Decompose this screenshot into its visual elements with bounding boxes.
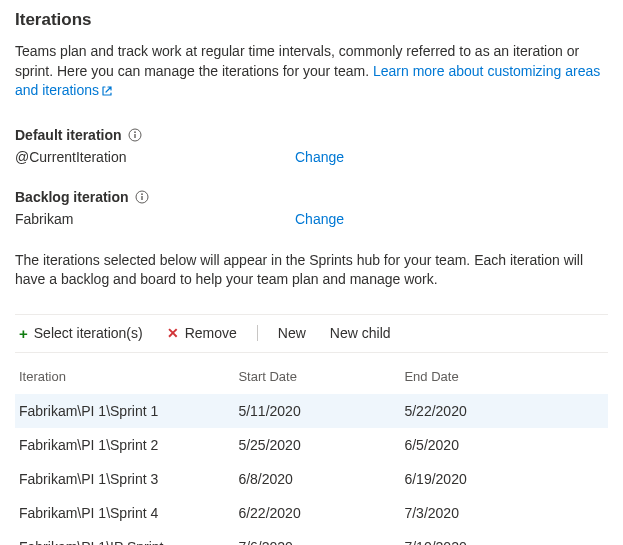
col-iteration[interactable]: Iteration (15, 359, 234, 394)
change-default-iteration-link[interactable]: Change (295, 149, 344, 165)
cell-iteration: Fabrikam\PI 1\IP Sprint (15, 530, 234, 545)
toolbar-divider (257, 325, 258, 341)
remove-button[interactable]: ✕ Remove (163, 323, 241, 343)
cell-end: 5/22/2020 (400, 394, 608, 428)
backlog-iteration-label: Backlog iteration (15, 189, 608, 205)
col-start-date[interactable]: Start Date (234, 359, 400, 394)
new-child-button[interactable]: New child (326, 323, 395, 343)
table-row[interactable]: Fabrikam\PI 1\Sprint 15/11/20205/22/2020 (15, 394, 608, 428)
select-iterations-label: Select iteration(s) (34, 325, 143, 341)
iterations-toolbar: + Select iteration(s) ✕ Remove New New c… (15, 314, 608, 353)
cell-iteration: Fabrikam\PI 1\Sprint 3 (15, 462, 234, 496)
new-button[interactable]: New (274, 323, 310, 343)
cell-end: 7/3/2020 (400, 496, 608, 530)
backlog-iteration-value: Fabrikam (15, 211, 295, 227)
svg-rect-5 (141, 196, 142, 200)
cell-start: 7/6/2020 (234, 530, 400, 545)
remove-label: Remove (185, 325, 237, 341)
cell-start: 6/22/2020 (234, 496, 400, 530)
external-link-icon (101, 83, 113, 103)
cell-start: 6/8/2020 (234, 462, 400, 496)
table-row[interactable]: Fabrikam\PI 1\Sprint 46/22/20207/3/2020 (15, 496, 608, 530)
cell-end: 6/19/2020 (400, 462, 608, 496)
col-end-date[interactable]: End Date (400, 359, 608, 394)
table-row[interactable]: Fabrikam\PI 1\Sprint 25/25/20206/5/2020 (15, 428, 608, 462)
default-iteration-value: @CurrentIteration (15, 149, 295, 165)
cell-start: 5/11/2020 (234, 394, 400, 428)
cell-end: 6/5/2020 (400, 428, 608, 462)
backlog-iteration-label-text: Backlog iteration (15, 189, 129, 205)
change-backlog-iteration-link[interactable]: Change (295, 211, 344, 227)
cell-start: 5/25/2020 (234, 428, 400, 462)
default-iteration-label: Default iteration (15, 127, 608, 143)
info-icon[interactable] (135, 190, 149, 204)
page-description: Teams plan and track work at regular tim… (15, 42, 608, 103)
table-row[interactable]: Fabrikam\PI 1\Sprint 36/8/20206/19/2020 (15, 462, 608, 496)
info-icon[interactable] (128, 128, 142, 142)
svg-point-4 (141, 193, 143, 195)
cell-end: 7/10/2020 (400, 530, 608, 545)
plus-icon: + (19, 325, 28, 342)
svg-rect-2 (134, 134, 135, 138)
x-icon: ✕ (167, 325, 179, 341)
cell-iteration: Fabrikam\PI 1\Sprint 1 (15, 394, 234, 428)
default-iteration-label-text: Default iteration (15, 127, 122, 143)
iterations-hint: The iterations selected below will appea… (15, 251, 608, 290)
select-iterations-button[interactable]: + Select iteration(s) (15, 323, 147, 344)
table-row[interactable]: Fabrikam\PI 1\IP Sprint7/6/20207/10/2020 (15, 530, 608, 545)
cell-iteration: Fabrikam\PI 1\Sprint 2 (15, 428, 234, 462)
cell-iteration: Fabrikam\PI 1\Sprint 4 (15, 496, 234, 530)
page-title: Iterations (15, 10, 608, 30)
svg-point-1 (134, 131, 136, 133)
iterations-table: Iteration Start Date End Date Fabrikam\P… (15, 359, 608, 545)
